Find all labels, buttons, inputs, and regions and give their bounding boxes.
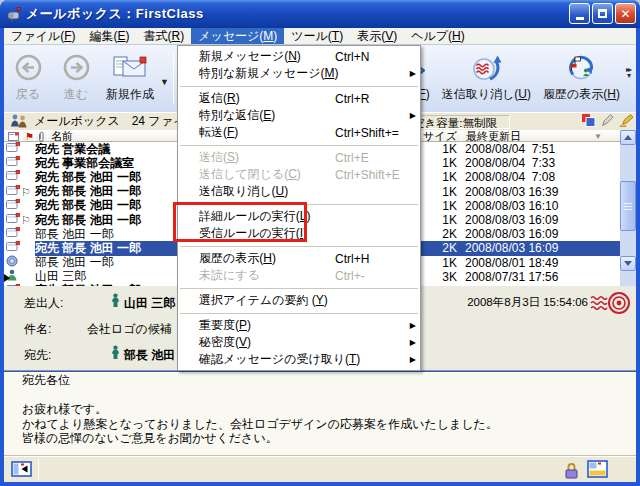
window-title: メールボックス：FirstClass xyxy=(26,5,204,23)
menu-item[interactable]: 未読にする Ctrl+- ▶ xyxy=(178,267,420,284)
body-text-line: 皆様の忌憚のないご意見をお聞かせください。 xyxy=(22,431,636,446)
menubar-item[interactable]: ファイル(F) xyxy=(4,28,82,44)
lock-icon[interactable] xyxy=(565,462,578,483)
message-menu-dropdown: 新規メッセージ(N) Ctrl+N ▶ 特別な新規メッセージ(M) ▶ 返信(R… xyxy=(177,45,421,371)
close-button[interactable]: ✕ xyxy=(615,3,636,24)
date-column-header[interactable]: 最終更新日 xyxy=(466,130,521,142)
message-icon xyxy=(4,142,21,156)
list-scrollbar[interactable] xyxy=(620,130,636,286)
scroll-down-button[interactable] xyxy=(620,256,636,271)
layout-view-icon[interactable] xyxy=(587,460,608,482)
row-date: 2008/08/03 16:09 xyxy=(457,213,620,227)
name-column-header[interactable]: 名前 xyxy=(51,130,73,142)
menu-item[interactable]: 受信ルールの実行(I) ▶ xyxy=(178,225,420,242)
menu-item[interactable]: 返信(R) Ctrl+R ▶ xyxy=(178,90,420,107)
menubar-item[interactable]: ツール(T) xyxy=(284,28,350,44)
scrollbar-thumb[interactable] xyxy=(620,181,636,231)
submenu-arrow-icon: ▶ xyxy=(407,338,416,347)
menu-shortcut: Ctrl+R xyxy=(335,92,407,106)
message-icon xyxy=(4,255,21,270)
toolbar-button[interactable]: 送信取り消し(U) xyxy=(438,51,535,105)
flag-icon: ⚐ xyxy=(21,187,35,197)
new-message-icon xyxy=(112,53,148,85)
message-datetime: 2008年8月3日 15:54:06 xyxy=(467,295,588,310)
attachment-column-icon[interactable] xyxy=(37,130,45,142)
to-label: 宛先: xyxy=(24,347,51,364)
menu-shortcut: Ctrl+Shift+E xyxy=(335,168,407,182)
menu-item[interactable]: 詳細ルールの実行(L) ▶ xyxy=(178,208,420,225)
row-date: 2008/08/04 7:08 xyxy=(457,170,620,184)
edit-pencil-icon[interactable] xyxy=(601,114,614,130)
body-text-line: 宛先各位 xyxy=(22,373,636,388)
minimize-icon xyxy=(576,17,584,20)
firstclass-seal-icon xyxy=(590,290,630,319)
flag-column-icon[interactable]: ⚑ xyxy=(25,130,34,142)
message-body: 宛先各位 お疲れ様です。 かねてより懸案となっておりました、会社ロゴデザインの応… xyxy=(4,372,636,455)
mail-icon xyxy=(6,170,20,184)
row-date: 2008/08/04 7:33 xyxy=(457,156,620,170)
menu-item[interactable]: 新規メッセージ(N) Ctrl+N ▶ xyxy=(178,48,420,65)
toolbar-button[interactable]: 新規作成 xyxy=(102,51,158,105)
menu-item[interactable]: 特別な返信(E) ▶ xyxy=(178,107,420,124)
toolbar-button[interactable]: 進む xyxy=(54,51,98,105)
mail-icon xyxy=(6,156,20,170)
menu-item[interactable]: 確認メッセージの受け取り(T) ▶ xyxy=(178,351,420,368)
column-separator xyxy=(47,131,48,141)
menu-item[interactable]: 送信取り消し(U) ▶ xyxy=(178,183,420,200)
menu-shortcut: Ctrl+E xyxy=(335,151,407,165)
menu-item[interactable]: 秘密度(V) ▶ xyxy=(178,334,420,351)
menu-shortcut: Ctrl+Shift+= xyxy=(335,126,407,140)
submenu-arrow-icon: ▶ xyxy=(407,111,416,120)
toolbar-overflow-chevron[interactable]: ▸▸ ▾ xyxy=(626,67,630,79)
chevron-down-icon: ▾ xyxy=(627,73,629,79)
menu-item[interactable]: 送信して閉じる(C) Ctrl+Shift+E ▶ xyxy=(178,166,420,183)
signature-pencil-icon[interactable] xyxy=(619,114,634,130)
menu-shortcut: Ctrl+N xyxy=(335,50,407,64)
subject-value: 会社ロゴの候補 xyxy=(87,321,172,338)
size-column-header[interactable]: サイズ xyxy=(420,130,457,142)
split-pane-toggle[interactable] xyxy=(11,460,33,482)
from-value: 山田 三郎 xyxy=(124,295,175,312)
menu-item[interactable]: 重要度(P) ▶ xyxy=(178,317,420,334)
message-type-column-icon[interactable] xyxy=(8,130,19,142)
row-size: 2K xyxy=(420,241,457,255)
mailbox-app-icon xyxy=(6,6,22,22)
unsend-icon xyxy=(471,53,502,85)
color-swatch-icon[interactable] xyxy=(582,114,596,130)
menu-separator xyxy=(178,284,420,292)
menubar-item[interactable]: メッセージ(M) xyxy=(191,28,284,44)
menu-item[interactable]: 転送(F) Ctrl+Shift+= ▶ xyxy=(178,124,420,141)
row-date: 2008/07/31 17:56 xyxy=(457,270,620,284)
menu-item[interactable]: 履歴の表示(H) Ctrl+H ▶ xyxy=(178,250,420,267)
toolbar-button[interactable]: 戻る xyxy=(6,51,50,105)
scroll-up-button[interactable] xyxy=(620,130,636,145)
column-separator xyxy=(21,131,22,141)
row-size: 2K xyxy=(420,227,457,241)
toolbar-button[interactable]: 履歴の表示(H) xyxy=(539,51,624,105)
row-size: 1K xyxy=(420,256,457,270)
menubar-item[interactable]: 編集(E) xyxy=(82,28,136,44)
mail-icon xyxy=(6,241,20,255)
menu-item[interactable]: 選択アイテムの要約 (Y) ▶ xyxy=(178,292,420,309)
mail-icon xyxy=(6,213,20,227)
menu-separator xyxy=(178,242,420,250)
menubar-item[interactable]: ヘルプ(H) xyxy=(404,28,472,44)
maximize-button[interactable] xyxy=(592,3,613,24)
minimize-button[interactable] xyxy=(569,3,590,24)
new-message-dropdown-arrow[interactable]: ▼ xyxy=(160,77,169,87)
row-size: 1K xyxy=(420,185,457,199)
submenu-arrow-icon: ▶ xyxy=(407,69,416,78)
menu-item[interactable]: 送信(S) Ctrl+E ▶ xyxy=(178,149,420,166)
column-separator xyxy=(461,131,462,141)
row-size: 1K xyxy=(420,213,457,227)
menubar-item[interactable]: 書式(R) xyxy=(136,28,191,44)
menu-separator xyxy=(178,309,420,317)
sort-dropdown-icon[interactable]: ▼ xyxy=(594,130,602,142)
menubar-item[interactable]: 表示(V) xyxy=(350,28,404,44)
column-separator xyxy=(34,131,35,141)
pane-splitter-handle[interactable] xyxy=(4,274,10,282)
sender-person-icon[interactable] xyxy=(111,293,120,310)
menu-item[interactable]: 特別な新規メッセージ(M) ▶ xyxy=(178,65,420,82)
recipient-person-icon[interactable] xyxy=(111,345,120,362)
title-bar: メールボックス：FirstClass ✕ xyxy=(0,0,640,28)
